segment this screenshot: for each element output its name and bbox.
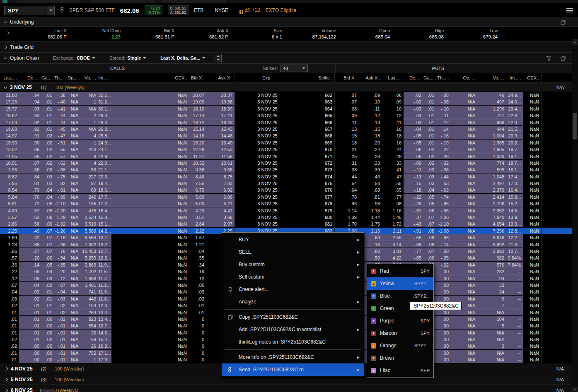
- call-last-cell[interactable]: 15.77: [0, 106, 19, 112]
- put-impvol-cell[interactable]: 24.0...: [506, 99, 523, 105]
- menu-item[interactable]: SELL▶: [222, 246, 364, 258]
- call-volume-cell[interactable]: 26: [80, 329, 98, 336]
- call-theta-cell[interactable]: -.82: [54, 180, 68, 187]
- call-bid-header[interactable]: Bid X: [189, 73, 206, 82]
- call-theta-cell[interactable]: -.55: [54, 146, 68, 153]
- put-volume-cell[interactable]: 497: [477, 99, 506, 105]
- chevron-right-icon[interactable]: [5, 388, 8, 392]
- call-open-cell[interactable]: N/A: [68, 255, 80, 261]
- put-volume-cell[interactable]: 7,256: [477, 228, 506, 234]
- call-volume-cell[interactable]: 1,888: [80, 275, 98, 282]
- top-tab[interactable]: [17, 0, 80, 3]
- call-gamma-cell[interactable]: .02: [41, 132, 54, 139]
- call-delta-cell[interactable]: .02: [19, 296, 41, 302]
- put-gamma-cell[interactable]: .06: [423, 207, 436, 214]
- put-delta-cell[interactable]: -.03: [404, 106, 423, 112]
- put-open-cell[interactable]: N/A: [451, 356, 477, 363]
- exp-cell[interactable]: 3 NOV 25: [235, 99, 300, 105]
- call-theta-cell[interactable]: -.01: [54, 350, 68, 356]
- call-delta-cell[interactable]: .94: [19, 99, 41, 105]
- call-impvol-cell[interactable]: 13.7...: [98, 322, 111, 329]
- chain-row[interactable]: 8.82.84.03-.75N/A22720.3...NaN8.468.753 …: [0, 173, 578, 180]
- put-theta-cell[interactable]: -.53: [436, 180, 451, 187]
- put-delta-header[interactable]: De...: [404, 73, 423, 82]
- chain-row[interactable]: 2.86.56.06-1.32N/A3,51915.1...NaN2.842.9…: [0, 221, 578, 227]
- call-theta-cell[interactable]: -.99: [54, 194, 68, 200]
- call-impvol-cell[interactable]: 31.2...: [98, 99, 111, 105]
- put-gamma-cell[interactable]: .08: [423, 241, 436, 248]
- call-ask-cell[interactable]: 6.06: [206, 194, 235, 200]
- top-tab[interactable]: [90, 0, 152, 3]
- put-impvol-cell[interactable]: --: [506, 275, 523, 282]
- call-gex-cell[interactable]: NaN: [111, 166, 189, 173]
- call-impvol-header[interactable]: Im...: [98, 73, 111, 82]
- put-gex-cell[interactable]: NaN: [523, 187, 542, 193]
- put-gamma-cell[interactable]: .01: [423, 112, 436, 119]
- detach-window-icon[interactable]: [561, 55, 566, 63]
- call-delta-cell[interactable]: .00: [19, 343, 41, 349]
- call-gex-cell[interactable]: NaN: [111, 329, 189, 336]
- put-gex-cell[interactable]: NaN: [523, 146, 542, 153]
- strike-cell[interactable]: 673: [300, 166, 335, 173]
- put-open-cell[interactable]: N/A: [451, 126, 477, 132]
- chain-row[interactable]: 7.85.81.03-.82N/A9719.4...NaN7.557.833 N…: [0, 180, 578, 187]
- chain-row[interactable]: 3.57.62.06-1.29N/A2,53415.8...NaN3.513.6…: [0, 214, 578, 221]
- call-theta-cell[interactable]: -1.10: [54, 200, 68, 207]
- call-delta-cell[interactable]: .04: [19, 282, 41, 289]
- call-gamma-cell[interactable]: .05: [41, 207, 54, 214]
- call-gex-cell[interactable]: NaN: [111, 173, 189, 180]
- call-impvol-cell[interactable]: 29.3...: [98, 112, 111, 119]
- call-ask-cell[interactable]: 15.43: [206, 126, 235, 132]
- call-impvol-cell[interactable]: 15.4...: [98, 336, 111, 343]
- call-gamma-header[interactable]: Ga...: [41, 73, 54, 82]
- put-bid-cell[interactable]: .38: [335, 166, 359, 173]
- call-theta-cell[interactable]: -.54: [54, 255, 68, 261]
- call-delta-cell[interactable]: .93: [19, 112, 41, 119]
- exp-cell[interactable]: 3 NOV 25: [235, 139, 300, 146]
- call-open-cell[interactable]: N/A: [68, 296, 80, 302]
- call-volume-cell[interactable]: 752: [80, 350, 98, 356]
- call-gamma-cell[interactable]: .01: [41, 296, 54, 302]
- put-gex-cell[interactable]: NaN: [523, 194, 542, 200]
- strike-cell[interactable]: 680: [300, 214, 335, 221]
- put-bid-header[interactable]: Bid X: [335, 73, 359, 82]
- call-gamma-cell[interactable]: .03: [41, 180, 54, 187]
- put-last-cell[interactable]: .16: [382, 126, 404, 132]
- call-open-cell[interactable]: N/A: [68, 106, 80, 112]
- put-last-cell[interactable]: .55: [382, 180, 404, 187]
- call-last-cell[interactable]: .02: [0, 343, 19, 349]
- call-last-cell[interactable]: .01: [0, 356, 19, 363]
- call-last-cell[interactable]: 14.05: [0, 153, 19, 160]
- put-gamma-cell[interactable]: .01: [423, 139, 436, 146]
- put-gamma-cell[interactable]: .01: [423, 132, 436, 139]
- put-open-cell[interactable]: N/A: [451, 282, 477, 289]
- call-last-cell[interactable]: 10.51: [0, 160, 19, 166]
- put-bid-cell[interactable]: .44: [335, 173, 359, 180]
- put-volume-cell[interactable]: 5: [477, 322, 506, 329]
- put-delta-cell[interactable]: -.02: [404, 99, 423, 105]
- call-gex-cell[interactable]: NaN: [111, 309, 189, 316]
- call-delta-cell[interactable]: .92: [19, 126, 41, 132]
- call-gamma-cell[interactable]: .00: [41, 336, 54, 343]
- call-bid-cell[interactable]: 14.16: [189, 132, 206, 139]
- put-delta-cell[interactable]: -.77: [404, 248, 423, 255]
- put-volume-cell[interactable]: 1,905: [477, 146, 506, 153]
- call-bid-cell[interactable]: 5.00: [189, 200, 206, 207]
- call-theta-cell[interactable]: -.76: [54, 248, 68, 255]
- put-open-cell[interactable]: N/A: [451, 132, 477, 139]
- put-impvol-cell[interactable]: --: [506, 309, 523, 316]
- put-impvol-cell[interactable]: 15.8...: [506, 194, 523, 200]
- put-impvol-cell[interactable]: 23.4...: [506, 106, 523, 112]
- call-last-cell[interactable]: .03: [0, 296, 19, 302]
- scroll-up-icon[interactable]: ▲: [572, 39, 578, 45]
- call-bid-cell[interactable]: .05: [189, 282, 206, 289]
- put-theta-cell[interactable]: .00: [436, 296, 451, 302]
- call-impvol-cell[interactable]: 17.9...: [98, 356, 111, 363]
- put-volume-cell[interactable]: 1,296: [477, 106, 506, 112]
- put-open-cell[interactable]: N/A: [451, 194, 477, 200]
- put-volume-cell[interactable]: 595: [477, 166, 506, 173]
- put-last-cell[interactable]: 2.59: [382, 234, 404, 241]
- put-impvol-cell[interactable]: --: [506, 316, 523, 322]
- put-impvol-cell[interactable]: 10.7...: [506, 248, 523, 255]
- put-bid-cell[interactable]: .09: [335, 112, 359, 119]
